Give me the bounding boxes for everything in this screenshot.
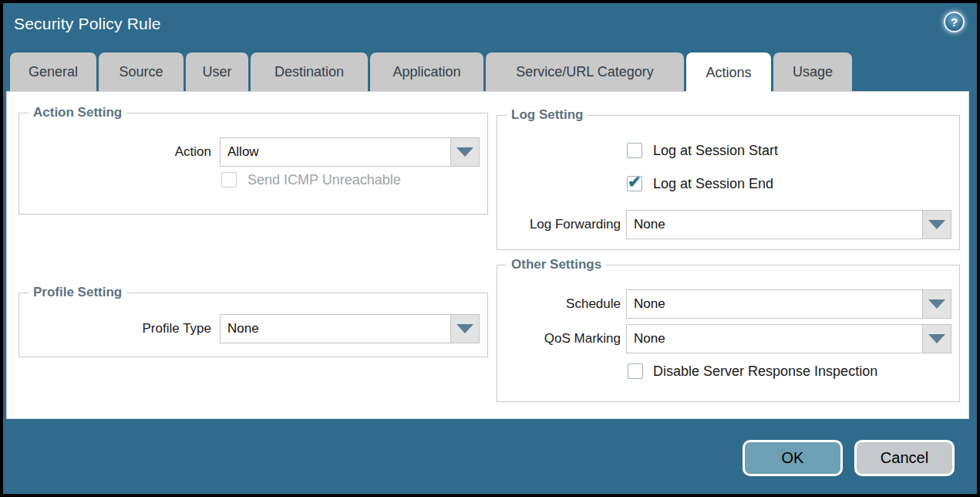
log-at-session-end-label: Log at Session End <box>653 176 773 191</box>
schedule-dropdown-button[interactable] <box>923 289 951 319</box>
action-setting-fieldset: Action Setting Action Allow Send ICMP Un… <box>19 113 488 215</box>
tab-actions[interactable]: Actions <box>686 52 771 93</box>
help-icon[interactable]: ? <box>944 12 965 32</box>
action-dropdown-button[interactable] <box>451 137 480 167</box>
log-at-session-start-checkbox[interactable] <box>627 143 642 158</box>
qos-marking-label: QoS Marking <box>497 324 621 353</box>
qos-marking-dropdown[interactable]: None <box>626 324 951 353</box>
send-icmp-unreachable-label: Send ICMP Unreachable <box>248 172 401 188</box>
chevron-down-icon <box>928 299 945 309</box>
profile-setting-fieldset: Profile Setting Profile Type None <box>19 292 488 357</box>
tab-user[interactable]: User <box>186 52 248 91</box>
action-dropdown-value: Allow <box>220 137 451 167</box>
log-forwarding-label: Log Forwarding <box>497 210 621 239</box>
disable-server-response-inspection-checkbox[interactable] <box>628 363 643 379</box>
chevron-down-icon <box>456 147 473 157</box>
chevron-down-icon <box>928 334 945 343</box>
action-setting-legend: Action Setting <box>29 105 126 120</box>
tab-source[interactable]: Source <box>99 52 184 91</box>
profile-type-dropdown-value: None <box>220 314 451 343</box>
log-setting-legend: Log Setting <box>507 107 588 123</box>
qos-marking-dropdown-button[interactable] <box>923 324 951 353</box>
send-icmp-unreachable-checkbox <box>221 172 237 188</box>
log-at-session-end-checkbox[interactable] <box>627 176 642 191</box>
security-policy-rule-dialog: Security Policy Rule ? General Source Us… <box>0 0 980 497</box>
action-dropdown[interactable]: Allow <box>220 137 480 167</box>
actions-tab-panel: Action Setting Action Allow Send ICMP Un… <box>6 91 969 419</box>
action-label: Action <box>19 137 211 167</box>
tab-service-url-category[interactable]: Service/URL Category <box>486 52 684 91</box>
other-settings-legend: Other Settings <box>507 257 606 272</box>
tab-application[interactable]: Application <box>370 52 483 91</box>
cancel-button[interactable]: Cancel <box>854 440 955 476</box>
profile-type-dropdown[interactable]: None <box>220 314 480 343</box>
disable-server-response-inspection-label: Disable Server Response Inspection <box>653 363 877 379</box>
log-setting-fieldset: Log Setting Log at Session Start Log at … <box>497 115 960 250</box>
tab-bar: General Source User Destination Applicat… <box>10 52 852 91</box>
qos-marking-dropdown-value: None <box>626 324 923 353</box>
schedule-dropdown-value: None <box>626 289 923 319</box>
log-forwarding-dropdown-button[interactable] <box>923 210 951 239</box>
dialog-title: Security Policy Rule <box>14 15 161 33</box>
other-settings-fieldset: Other Settings Schedule None QoS Marking… <box>497 265 960 402</box>
chevron-down-icon <box>928 220 945 229</box>
schedule-dropdown[interactable]: None <box>626 289 951 319</box>
profile-type-dropdown-button[interactable] <box>451 314 480 343</box>
profile-setting-legend: Profile Setting <box>29 285 126 300</box>
schedule-label: Schedule <box>497 289 621 319</box>
log-at-session-start-label: Log at Session Start <box>653 143 778 158</box>
ok-button[interactable]: OK <box>743 440 843 476</box>
tab-general[interactable]: General <box>10 52 96 91</box>
tab-usage[interactable]: Usage <box>773 52 852 91</box>
chevron-down-icon <box>456 324 473 333</box>
tab-destination[interactable]: Destination <box>251 52 368 91</box>
log-forwarding-dropdown[interactable]: None <box>626 210 951 239</box>
profile-type-label: Profile Type <box>19 314 211 343</box>
log-forwarding-dropdown-value: None <box>626 210 923 239</box>
